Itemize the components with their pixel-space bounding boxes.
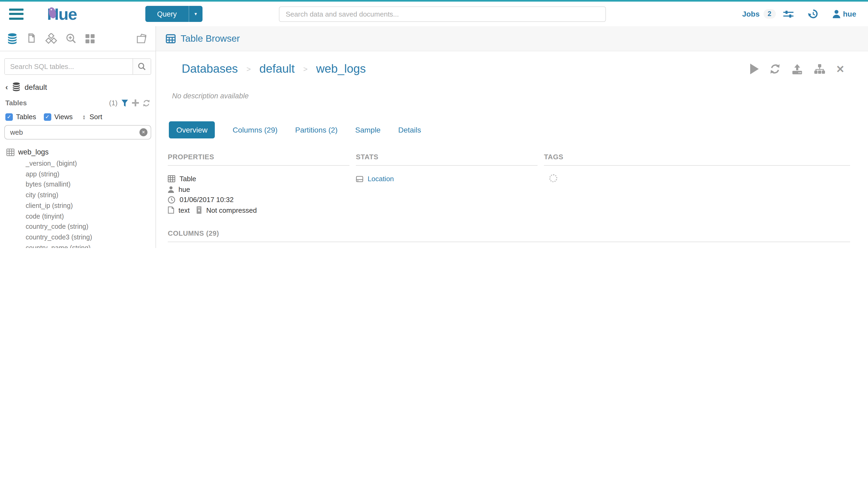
table-tree: web_logs _version_ (bigint)app (string)b… xyxy=(0,142,156,248)
tab-partitions-2[interactable]: Partitions (2) xyxy=(295,126,338,134)
clear-filter-icon[interactable]: ✕ xyxy=(140,128,147,136)
property-created: 01/06/2017 10:32 xyxy=(168,195,349,205)
property-entity-type: Table xyxy=(168,174,349,184)
hue-logo-graphic: Hue xyxy=(47,6,92,22)
database-name[interactable]: default xyxy=(25,82,47,91)
sort-icon[interactable]: ▲▼ xyxy=(82,114,86,120)
breadcrumb-item-default[interactable]: default xyxy=(259,62,295,76)
tables-checkbox-label[interactable]: Tables xyxy=(16,113,36,121)
properties-title: PROPERTIES xyxy=(168,153,349,161)
archive-icon xyxy=(196,206,202,214)
table-browser-content: Databases>default>web_logs ✕ xyxy=(156,51,868,248)
drive-icon xyxy=(356,175,363,183)
apps-grid-icon[interactable] xyxy=(85,33,95,44)
query-table-button[interactable] xyxy=(750,64,758,74)
database-breadcrumb-row: ‹ default xyxy=(0,75,156,94)
assist-column-item[interactable]: code (tinyint) xyxy=(26,212,149,222)
query-dropdown-caret[interactable]: ▾ xyxy=(189,6,203,22)
tree-item-web-logs[interactable]: web_logs xyxy=(6,148,149,156)
table-description: No description available xyxy=(172,92,850,100)
tab-sample[interactable]: Sample xyxy=(355,126,381,134)
play-icon xyxy=(750,64,758,74)
loading-spinner xyxy=(549,174,557,182)
assist-column-item[interactable]: country_code3 (string) xyxy=(26,232,149,243)
columns-section-title: COLUMNS (29) xyxy=(168,229,850,237)
sliders-icon[interactable] xyxy=(783,9,793,18)
tab-columns-29[interactable]: Columns (29) xyxy=(233,126,278,134)
tables-title: Tables xyxy=(5,99,27,107)
table-icon xyxy=(168,175,175,183)
assist-column-item[interactable]: city (string) xyxy=(26,190,149,201)
hdfs-cubes-icon[interactable] xyxy=(45,33,57,44)
refresh-table-button[interactable] xyxy=(769,64,780,74)
user-name: hue xyxy=(843,10,856,18)
filter-funnel-icon[interactable] xyxy=(121,99,128,107)
table-browser-icon xyxy=(165,34,176,43)
sitemap-icon xyxy=(814,63,825,75)
hamburger-menu-icon[interactable] xyxy=(9,8,23,19)
assist-column-item[interactable]: country_name (string) xyxy=(26,243,149,248)
jobs-count-badge[interactable]: 2 xyxy=(763,9,776,19)
sql-assist-icon[interactable] xyxy=(7,33,18,44)
table-filter-input[interactable] xyxy=(4,125,151,140)
query-button[interactable]: Query xyxy=(145,6,189,22)
assist-column-item[interactable]: app (string) xyxy=(26,169,149,180)
user-menu[interactable]: hue xyxy=(832,10,856,18)
search-icon xyxy=(138,63,146,71)
tree-table-name: web_logs xyxy=(18,148,49,156)
table-type-filter-row: ✓ Tables ✓ Views ▲▼ Sort xyxy=(0,108,156,123)
history-icon[interactable] xyxy=(807,9,818,19)
views-checkbox[interactable]: ✓ xyxy=(44,113,51,121)
top-navbar: Hue Query ▾ Jobs 2 hue xyxy=(0,2,868,26)
documents-folder-icon[interactable] xyxy=(136,33,148,44)
tree-column-list: _version_ (bigint)app (string)bytes (sma… xyxy=(6,159,149,248)
columns-section: COLUMNS (29) xyxy=(168,229,850,242)
breadcrumb-item-web_logs[interactable]: web_logs xyxy=(316,62,366,76)
views-checkbox-label[interactable]: Views xyxy=(54,113,73,121)
table-icon xyxy=(6,148,14,156)
tab-bar: OverviewColumns (29)Partitions (2)Sample… xyxy=(169,121,850,138)
assist-search-input[interactable] xyxy=(5,59,132,74)
close-button[interactable]: ✕ xyxy=(836,64,845,74)
tables-checkbox[interactable]: ✓ xyxy=(5,113,13,121)
tags-section: TAGS xyxy=(544,153,850,215)
table-filter-box: ✕ xyxy=(4,125,151,140)
add-table-icon[interactable] xyxy=(132,99,139,106)
query-button-group: Query ▾ xyxy=(145,6,203,22)
stats-location-row: Location xyxy=(356,174,538,184)
app-title: Table Browser xyxy=(180,33,240,44)
global-search-input[interactable] xyxy=(279,6,606,22)
upload-button[interactable] xyxy=(791,63,803,75)
assist-column-item[interactable]: client_ip (string) xyxy=(26,201,149,212)
assist-column-item[interactable]: _version_ (bigint) xyxy=(26,159,149,169)
tab-details[interactable]: Details xyxy=(398,126,421,134)
lineage-button[interactable] xyxy=(814,63,825,75)
assist-column-item[interactable]: country_code (string) xyxy=(26,222,149,232)
stats-section: STATS Location xyxy=(356,153,538,215)
close-icon: ✕ xyxy=(836,64,845,74)
documents-icon[interactable] xyxy=(26,33,37,44)
topbar-right-group: Jobs 2 hue xyxy=(742,9,856,19)
breadcrumb-separator: > xyxy=(303,65,307,73)
breadcrumb: Databases>default>web_logs xyxy=(182,62,366,76)
tables-header-row: Tables (1) xyxy=(0,94,156,108)
refresh-tables-icon[interactable] xyxy=(143,99,150,107)
upload-icon xyxy=(791,63,803,75)
main-panel: Table Browser Databases>default>web_logs xyxy=(156,26,868,248)
location-link[interactable]: Location xyxy=(368,174,394,184)
jobs-link[interactable]: Jobs xyxy=(742,10,759,18)
breadcrumb-item-databases[interactable]: Databases xyxy=(182,62,238,76)
properties-section: PROPERTIES Table hue xyxy=(168,153,349,215)
user-icon xyxy=(832,10,840,18)
zoom-search-icon[interactable] xyxy=(66,33,76,44)
file-icon xyxy=(168,206,174,214)
sort-label[interactable]: Sort xyxy=(90,113,102,121)
assist-column-item[interactable]: bytes (smallint) xyxy=(26,180,149,190)
assist-icon-bar xyxy=(0,26,156,51)
tab-overview[interactable]: Overview xyxy=(169,121,215,138)
refresh-icon xyxy=(769,64,780,74)
assist-search-button[interactable] xyxy=(132,59,151,74)
back-chevron-icon[interactable]: ‹ xyxy=(5,83,8,91)
property-owner: hue xyxy=(168,184,349,195)
hue-logo[interactable]: Hue xyxy=(47,6,92,22)
